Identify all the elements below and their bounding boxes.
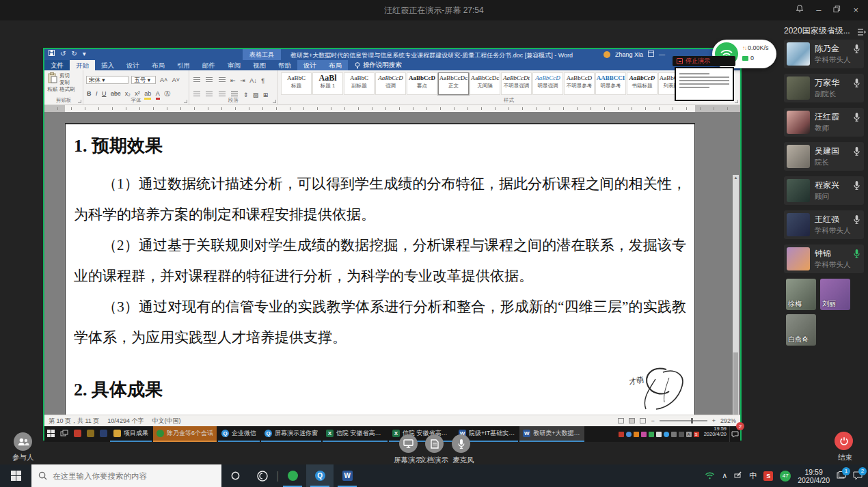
pinned-app-red-icon[interactable] (71, 426, 84, 442)
paste-button[interactable]: 粘贴 (47, 72, 57, 93)
style-item[interactable]: AaBbCcD要点 (407, 72, 437, 95)
participant-tile[interactable]: 徐梅 (786, 279, 816, 310)
qat-more-icon[interactable]: ▾ (83, 50, 86, 57)
sogou-icon[interactable]: S (694, 432, 699, 437)
tray-pen-icon[interactable] (734, 471, 742, 481)
save-icon[interactable] (49, 50, 55, 57)
doc-share-button[interactable] (425, 434, 444, 453)
increase-indent-icon[interactable]: ⇥ (240, 76, 245, 85)
styles-dialog-launcher-icon[interactable] (735, 100, 738, 103)
pinned-app-gold-icon[interactable] (84, 426, 97, 442)
pinned-app-blue-icon[interactable] (97, 426, 110, 442)
volume-icon[interactable] (679, 432, 684, 437)
user-name[interactable]: Zhang Xia (615, 51, 643, 58)
style-item[interactable]: AaBbCcD书籍标题 (627, 72, 657, 95)
language-status[interactable]: 中文(中国) (152, 417, 180, 426)
action-center-icon[interactable]: 2 (853, 471, 863, 481)
document-page[interactable]: 1. 预期效果 （1）通过数据统计描述分析，可以得到学生成绩的分布特征，据此分析… (65, 123, 695, 415)
tab-references[interactable]: 引用 (171, 60, 196, 70)
zoom-in-icon[interactable]: + (712, 417, 716, 424)
tray-expand-icon[interactable]: ∧ (722, 471, 727, 480)
pin-icon[interactable] (796, 4, 804, 16)
scrollbar-thumb[interactable] (733, 352, 738, 415)
stop-presenting-button[interactable]: 停止演示 (673, 56, 735, 66)
ime-indicator[interactable]: 中 (749, 471, 757, 481)
zoom-level[interactable]: 292% (720, 417, 736, 424)
participant-card[interactable]: 吴建国 院长 (784, 142, 864, 171)
screen-share-button[interactable] (399, 434, 418, 453)
tell-me-search[interactable]: 操作说明搜索 (355, 60, 402, 70)
undo-icon[interactable]: ↺ (60, 50, 66, 57)
search-input[interactable] (53, 472, 203, 480)
style-item[interactable]: AaBbC副标题 (344, 72, 375, 95)
tab-file[interactable]: 文件 (44, 60, 70, 70)
participant-card[interactable]: 万家华 副院长 (784, 74, 864, 102)
taskbar-search[interactable] (31, 464, 221, 487)
ime-icon[interactable]: A (686, 432, 692, 437)
zoom-out-icon[interactable]: − (651, 417, 654, 424)
shrink-font-icon[interactable]: A˅ (172, 76, 180, 84)
participant-card[interactable]: 汪红霞 教师 (784, 108, 864, 137)
style-item[interactable]: AaBbCcDc无间隔 (470, 72, 500, 95)
read-mode-icon[interactable] (618, 418, 624, 423)
style-item[interactable]: AaBbCcD不明显参考 (564, 72, 595, 95)
web-layout-icon[interactable] (640, 418, 646, 423)
participants-button[interactable] (14, 432, 32, 451)
decrease-indent-icon[interactable]: ⇤ (230, 76, 236, 85)
tab-mailings[interactable]: 邮件 (196, 60, 221, 70)
style-item[interactable]: AABBCCI明显参考 (595, 72, 626, 95)
word-minimize-icon[interactable]: — (659, 51, 665, 58)
lock-icon[interactable] (656, 432, 662, 437)
vertical-scrollbar[interactable]: ▲ ▼ (733, 175, 739, 415)
paragraph-dialog-launcher-icon[interactable] (273, 100, 276, 103)
share-mini-preview[interactable] (675, 67, 734, 101)
tab-table-layout[interactable]: 布局 (323, 60, 348, 70)
font-dialog-launcher-icon[interactable] (184, 100, 187, 103)
tab-help[interactable]: 帮助 (272, 60, 297, 70)
align-center-icon[interactable] (206, 92, 213, 97)
mic-button[interactable] (452, 434, 470, 453)
print-layout-icon[interactable] (629, 418, 635, 423)
presenter-notification-icon[interactable]: 2 (729, 426, 740, 442)
style-item[interactable]: AaBbCcD强调 (375, 72, 406, 95)
restore-icon[interactable] (833, 5, 841, 16)
style-item[interactable]: AaBbCcD明显强调 (532, 72, 563, 95)
security-score-icon[interactable]: 47 (780, 471, 791, 482)
swirl-app-icon[interactable] (249, 464, 276, 487)
tray-icon[interactable] (634, 432, 639, 437)
end-meeting-button[interactable] (835, 432, 853, 450)
cortana-icon[interactable] (221, 464, 249, 487)
zoom-slider-handle[interactable] (691, 418, 693, 423)
task-view-icon[interactable] (57, 426, 71, 442)
presenter-clock[interactable]: 19:59 2020/4/20 (701, 426, 729, 442)
participant-card[interactable]: 王红强 学科带头人 (784, 210, 864, 239)
page-info[interactable]: 第 10 页，共 11 页 (49, 417, 99, 426)
bluetooth-icon[interactable] (664, 432, 669, 437)
align-right-icon[interactable] (219, 92, 226, 97)
style-item[interactable]: AaBbCcDt不明显强调 (501, 72, 532, 95)
horizontal-ruler[interactable] (44, 105, 740, 112)
presenter-start-button[interactable] (44, 426, 57, 442)
justify-icon[interactable] (231, 92, 238, 97)
tray-icon[interactable] (626, 432, 632, 437)
align-left-icon[interactable] (193, 92, 200, 97)
collapse-panel-icon[interactable] (857, 27, 867, 39)
network-icon[interactable] (671, 432, 677, 437)
tab-table-design[interactable]: 设计 (297, 60, 323, 70)
tab-design[interactable]: 设计 (120, 60, 146, 70)
green-app-icon[interactable] (279, 464, 306, 487)
tab-home[interactable]: 开始 (70, 60, 95, 70)
taskbar-item-word-active[interactable]: W 教研类+大数据时… (519, 426, 584, 442)
ribbon-options-icon[interactable] (648, 51, 654, 58)
cut-button[interactable]: 剪切 (59, 72, 75, 79)
word-app-icon[interactable]: W (334, 464, 361, 487)
tray-wifi-icon[interactable] (705, 471, 715, 481)
tab-view[interactable]: 视图 (247, 60, 272, 70)
tray-icon[interactable] (619, 432, 624, 437)
tab-insert[interactable]: 插入 (95, 60, 120, 70)
taskbar-item-excel-1[interactable]: X 信院 安徽省高等… (323, 426, 388, 442)
participant-card[interactable]: 程家兴 顾问 (784, 176, 864, 205)
taskbar-item-chat[interactable]: 陈乃金等6个会话 (153, 426, 217, 442)
taskbar-item-project[interactable]: 项目成果 (110, 426, 152, 442)
taskbar-item-excel-2[interactable]: X 信院 安徽省高等… (389, 426, 454, 442)
